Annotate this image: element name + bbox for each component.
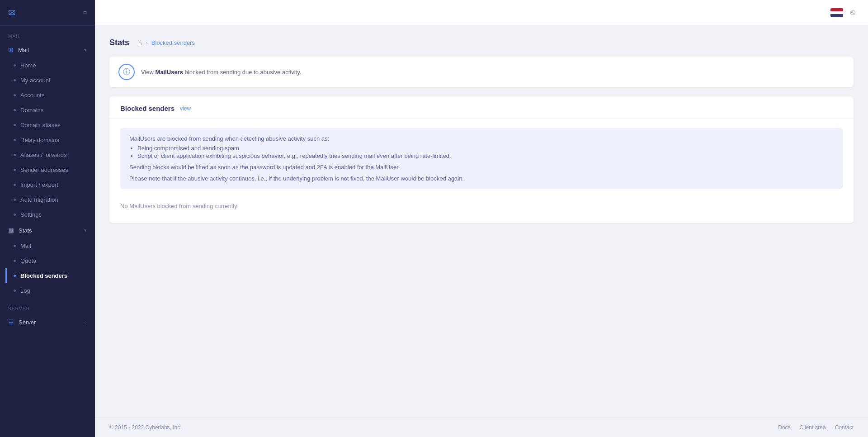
sidebar-item-import-export[interactable]: Import / export (5, 177, 95, 192)
sidebar-item-quota[interactable]: Quota (5, 253, 95, 268)
sidebar-mail-label: Mail (18, 47, 29, 53)
footer-link-client-area[interactable]: Client area (800, 424, 826, 431)
sidebar-header: ✉ ≡ (0, 0, 95, 26)
chevron-right-icon-server: › (85, 319, 87, 325)
sidebar-item-relay-domains[interactable]: Relay domains (5, 133, 95, 147)
info-banner-text: View MailUsers blocked from sending due … (141, 69, 301, 76)
sidebar-item-myaccount[interactable]: My account (5, 73, 95, 88)
breadcrumb: Stats ⌂ › Blocked senders (109, 38, 854, 48)
sidebar-item-domain-aliases[interactable]: Domain aliases (5, 118, 95, 133)
footer-link-contact[interactable]: Contact (835, 424, 854, 431)
sidebar-stats-label: Stats (19, 227, 32, 234)
chevron-down-icon-stats: ▾ (84, 228, 87, 233)
card-header: Blocked senders view (109, 96, 854, 119)
sidebar-item-mail-parent[interactable]: ⊞ Mail ▾ (0, 42, 95, 58)
sidebar-item-log[interactable]: Log (5, 283, 95, 298)
info-banner: ⓘ View MailUsers blocked from sending du… (109, 57, 854, 87)
sidebar-item-auto-migration[interactable]: Auto migration (5, 192, 95, 207)
server-nav-icon: ☰ (8, 318, 14, 326)
main-content: ⎋ Stats ⌂ › Blocked senders ⓘ View MailU… (95, 0, 868, 437)
breadcrumb-current: Blocked senders (151, 39, 195, 46)
sidebar-section-server-label: SERVER (0, 298, 95, 314)
sidebar-item-domains[interactable]: Domains (5, 103, 95, 118)
alert-bullet-2: Script or client application exhibiting … (137, 152, 834, 159)
sidebar-hamburger-icon[interactable]: ≡ (83, 9, 87, 16)
sidebar-item-accounts[interactable]: Accounts (5, 88, 95, 103)
sidebar-item-home[interactable]: Home (5, 58, 95, 73)
alert-bullet-1: Being compromised and sending spam (137, 145, 834, 152)
alert-note2: Please note that if the abusive activity… (129, 175, 834, 182)
home-icon: ⌂ (138, 39, 142, 47)
sidebar-server-label: Server (19, 319, 36, 326)
sidebar-item-settings[interactable]: Settings (5, 207, 95, 222)
blocked-senders-card: Blocked senders view MailUsers are block… (109, 96, 854, 223)
logout-icon[interactable]: ⎋ (850, 8, 855, 17)
sidebar-item-sender-addresses[interactable]: Sender addresses (5, 162, 95, 177)
stats-nav-icon: ▦ (8, 227, 14, 234)
content-area: Stats ⌂ › Blocked senders ⓘ View MailUse… (95, 25, 868, 418)
sidebar-item-blocked-senders[interactable]: Blocked senders (5, 268, 95, 283)
sidebar-item-mail-stats[interactable]: Mail (5, 238, 95, 253)
sidebar-section-mail-label: MAIL (0, 26, 95, 42)
sidebar-item-stats-parent[interactable]: ▦ Stats ▾ (0, 222, 95, 238)
sidebar-item-server-parent[interactable]: ☰ Server › (0, 314, 95, 330)
sidebar-logo-icon: ✉ (8, 7, 16, 18)
alert-list: Being compromised and sending spam Scrip… (137, 145, 834, 159)
empty-state-message: No MailUsers blocked from sending curren… (120, 198, 843, 214)
footer-copyright: © 2015 - 2022 Cyberlabs, Inc. (109, 424, 182, 431)
chevron-down-icon: ▾ (84, 47, 87, 53)
footer: © 2015 - 2022 Cyberlabs, Inc. Docs Clien… (95, 418, 868, 437)
alert-intro: MailUsers are blocked from sending when … (129, 135, 834, 142)
alert-note1: Sending blocks would be lifted as soon a… (129, 164, 834, 171)
sidebar-mail-sub: Home My account Accounts Domains Domain … (0, 58, 95, 222)
footer-link-docs[interactable]: Docs (778, 424, 790, 431)
card-title: Blocked senders (120, 104, 175, 112)
mail-nav-icon: ⊞ (8, 46, 14, 53)
info-icon: ⓘ (118, 64, 135, 80)
sidebar: ✉ ≡ MAIL ⊞ Mail ▾ Home My account Accoun… (0, 0, 95, 437)
card-body: MailUsers are blocked from sending when … (109, 119, 854, 223)
topbar: ⎋ (95, 0, 868, 25)
card-view-link[interactable]: view (180, 105, 191, 112)
page-title: Stats (109, 38, 129, 48)
sidebar-stats-sub: Mail Quota Blocked senders Log (0, 238, 95, 298)
breadcrumb-separator: › (146, 39, 147, 46)
footer-links: Docs Client area Contact (778, 424, 854, 431)
alert-box: MailUsers are blocked from sending when … (120, 128, 843, 189)
flag-icon[interactable] (830, 8, 843, 17)
sidebar-item-aliases-forwards[interactable]: Aliases / forwards (5, 147, 95, 162)
